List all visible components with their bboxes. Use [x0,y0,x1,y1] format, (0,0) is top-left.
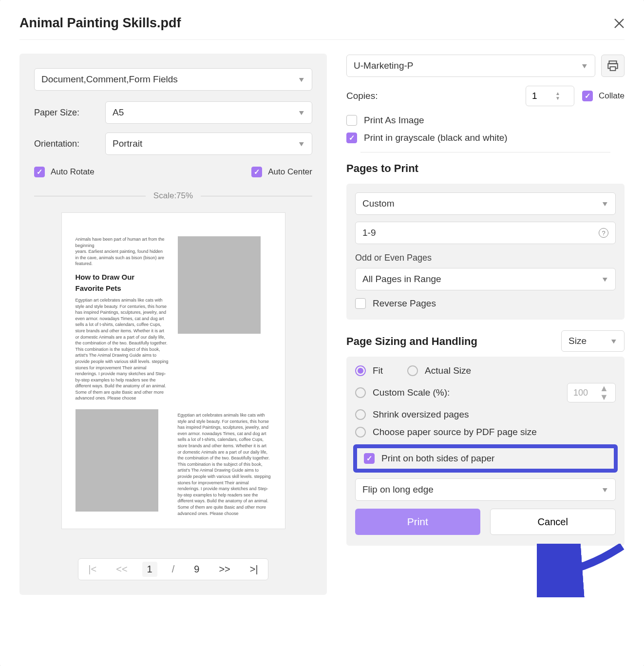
spin-down-icon[interactable]: ▼ [594,393,614,401]
size-mode-select[interactable]: Size ▼ [561,330,625,352]
orientation-label: Orientation: [34,139,97,149]
auto-rotate-checkbox[interactable] [34,167,45,177]
print-grayscale-checkbox[interactable] [346,133,357,143]
chevron-down-icon: ▼ [298,109,306,116]
odd-even-select[interactable]: All Pages in Range ▼ [355,268,616,290]
close-icon[interactable] [614,18,625,29]
size-mode-value: Size [568,336,587,346]
chevron-down-icon: ▼ [298,76,306,83]
chevron-down-icon: ▼ [298,140,306,148]
orientation-value: Portrait [113,138,142,149]
prev-page-button[interactable]: << [111,562,132,577]
paper-size-label: Paper Size: [34,108,97,118]
fit-radio[interactable] [355,365,366,376]
both-sides-checkbox[interactable] [364,453,375,464]
chevron-down-icon: ▼ [610,337,618,345]
reverse-pages-label: Reverse Pages [373,298,436,309]
collate-checkbox[interactable] [582,91,593,101]
dialog-title: Animal Painting Skills.pdf [19,16,181,31]
flip-select[interactable]: Flip on long edge ▼ [355,478,616,501]
custom-scale-input[interactable]: 100 ▲▼ [567,383,616,402]
page-range-mode-select[interactable]: Custom ▼ [355,192,616,215]
chevron-down-icon: ▼ [601,275,609,283]
both-sides-label: Print on both sides of paper [381,453,494,464]
total-pages: 9 [189,562,204,577]
printer-value: U-Marketing-P [354,60,413,71]
pages-to-print-heading: Pages to Print [346,162,625,175]
reverse-pages-checkbox[interactable] [355,298,366,309]
spin-down-icon[interactable]: ▼ [555,96,560,101]
printer-properties-button[interactable] [601,55,625,77]
svg-rect-4 [610,67,616,71]
collate-label: Collate [599,91,625,101]
preview-pager: |< << 1 / 9 >> >| [78,558,268,580]
chevron-down-icon: ▼ [601,486,609,494]
auto-rotate-label: Auto Rotate [51,167,95,177]
shrink-radio[interactable] [355,409,366,420]
auto-center-checkbox[interactable] [251,167,262,177]
actual-size-radio[interactable] [407,365,418,376]
custom-scale-radio[interactable] [355,387,366,398]
cancel-button[interactable]: Cancel [490,509,616,535]
copies-label: Copies: [346,91,378,101]
copies-input[interactable]: ▲▼ [526,86,574,106]
help-icon[interactable]: ? [599,228,608,238]
actual-size-label: Actual Size [425,365,471,376]
current-page-input[interactable]: 1 [142,562,157,577]
chevron-down-icon: ▼ [581,62,589,70]
page-sizing-heading: Page Sizing and Handling [346,335,477,348]
paper-size-select[interactable]: A5 ▼ [105,101,312,124]
page-range-value: 1-9 [362,228,376,238]
choose-paper-label: Choose paper source by PDF page size [373,427,537,438]
custom-scale-value: 100 [568,388,594,398]
copies-input-field[interactable] [526,91,555,101]
choose-paper-radio[interactable] [355,427,366,438]
odd-even-value: All Pages in Range [362,274,441,285]
print-content-select[interactable]: Document,Comment,Form Fields ▼ [34,68,312,91]
print-as-image-label: Print As Image [364,115,424,126]
spin-up-icon[interactable]: ▲ [594,384,614,393]
printer-icon [606,59,619,72]
flip-value: Flip on long edge [362,484,434,495]
first-page-button[interactable]: |< [83,562,101,577]
custom-scale-label: Custom Scale (%): [373,387,450,398]
print-as-image-checkbox[interactable] [346,115,357,126]
next-page-button[interactable]: >> [214,562,235,577]
page-separator: / [167,562,180,577]
chevron-down-icon: ▼ [601,200,609,208]
print-button[interactable]: Print [355,509,480,535]
odd-even-label: Odd or Even Pages [355,253,616,263]
last-page-button[interactable]: >| [245,562,263,577]
shrink-label: Shrink oversized pages [373,409,469,420]
auto-center-label: Auto Center [268,167,312,177]
page-range-mode-value: Custom [362,198,394,209]
page-range-input[interactable]: 1-9 ? [355,222,616,244]
print-content-value: Document,Comment,Form Fields [41,74,178,85]
printer-select[interactable]: U-Marketing-P ▼ [346,55,595,77]
paper-size-value: A5 [113,107,124,118]
fit-label: Fit [373,365,383,376]
orientation-select[interactable]: Portrait ▼ [105,133,312,155]
scale-label: Scale:75% [153,191,193,201]
print-grayscale-label: Print in grayscale (black and white) [364,133,508,143]
print-preview: Animals have been part of human art from… [61,212,285,529]
